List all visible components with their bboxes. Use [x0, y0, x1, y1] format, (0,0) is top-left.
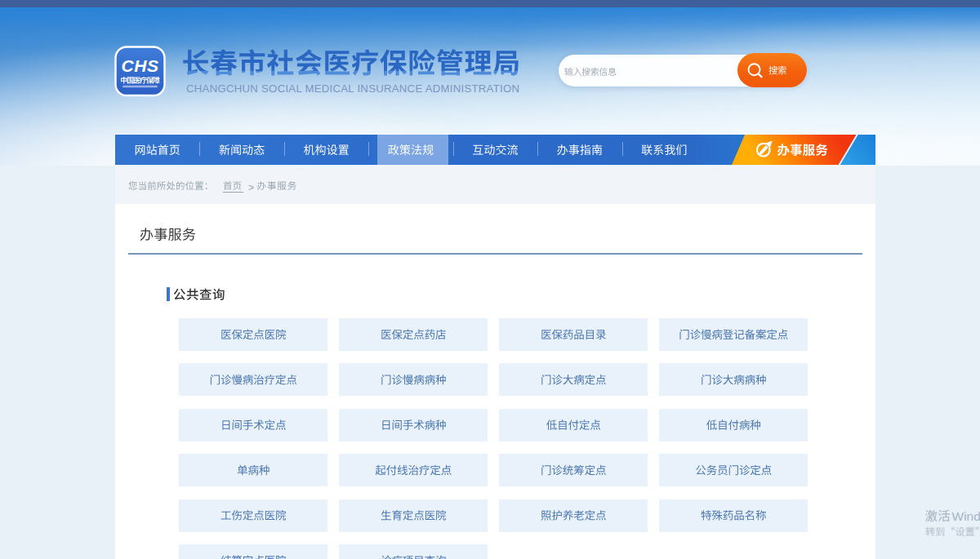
svg-text:CHANGCHUN SOCIAL MEDICAL INSUR: CHANGCHUN SOCIAL MEDICAL INSURANCE ADMIN…: [186, 82, 519, 95]
svg-text:Wind: Wind: [952, 509, 980, 523]
svg-text:>: >: [248, 182, 254, 193]
svg-text:CHS: CHS: [122, 56, 159, 75]
